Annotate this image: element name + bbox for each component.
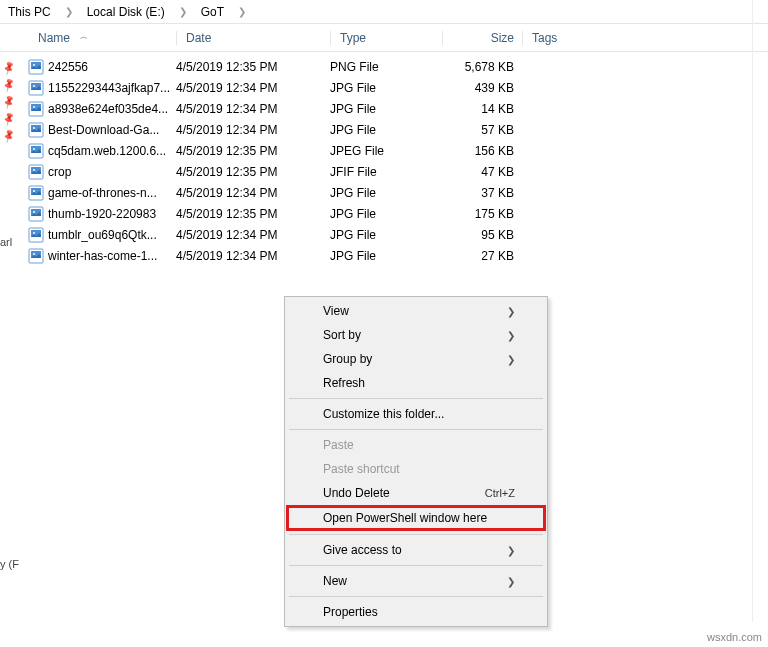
file-size: 5,678 KB <box>442 60 522 74</box>
watermark: wsxdn.com <box>707 631 762 643</box>
file-name: game-of-thrones-n... <box>48 186 176 200</box>
file-type: JPG File <box>330 123 442 137</box>
menu-properties[interactable]: Properties <box>287 600 545 624</box>
file-row[interactable]: tumblr_ou69q6Qtk... 4/5/2019 12:34 PM JP… <box>28 224 768 245</box>
file-size: 95 KB <box>442 228 522 242</box>
image-file-icon <box>28 227 48 243</box>
column-headers: Name ︿ Date Type Size Tags <box>0 24 768 52</box>
file-name: crop <box>48 165 176 179</box>
menu-separator <box>289 565 543 566</box>
submenu-arrow-icon: ❯ <box>507 354 515 365</box>
menu-open-powershell[interactable]: Open PowerShell window here <box>289 508 543 528</box>
menu-separator <box>289 534 543 535</box>
image-file-icon <box>28 206 48 222</box>
menu-sort-by-label: Sort by <box>323 328 361 342</box>
pin-icon: 📌 <box>0 77 16 93</box>
file-date: 4/5/2019 12:35 PM <box>176 165 330 179</box>
image-file-icon <box>28 248 48 264</box>
menu-undo-delete-shortcut: Ctrl+Z <box>485 487 515 499</box>
file-name: 242556 <box>48 60 176 74</box>
column-size[interactable]: Size <box>442 25 522 51</box>
file-type: JPG File <box>330 81 442 95</box>
file-type: JPG File <box>330 102 442 116</box>
menu-refresh[interactable]: Refresh <box>287 371 545 395</box>
image-file-icon <box>28 143 48 159</box>
file-date: 4/5/2019 12:35 PM <box>176 207 330 221</box>
context-menu: View ❯ Sort by ❯ Group by ❯ Refresh Cust… <box>284 296 548 627</box>
svg-point-17 <box>33 169 35 171</box>
menu-give-access-to[interactable]: Give access to ❯ <box>287 538 545 562</box>
submenu-arrow-icon: ❯ <box>507 330 515 341</box>
pin-icon: 📌 <box>0 128 16 144</box>
file-row[interactable]: 242556 4/5/2019 12:35 PM PNG File 5,678 … <box>28 56 768 77</box>
file-size: 47 KB <box>442 165 522 179</box>
menu-paste: Paste <box>287 433 545 457</box>
file-row[interactable]: game-of-thrones-n... 4/5/2019 12:34 PM J… <box>28 182 768 203</box>
menu-give-access-label: Give access to <box>323 543 402 557</box>
menu-sort-by[interactable]: Sort by ❯ <box>287 323 545 347</box>
menu-new[interactable]: New ❯ <box>287 569 545 593</box>
svg-point-11 <box>33 127 35 129</box>
file-row[interactable]: winter-has-come-1... 4/5/2019 12:34 PM J… <box>28 245 768 266</box>
file-row[interactable]: a8938e624ef035de4... 4/5/2019 12:34 PM J… <box>28 98 768 119</box>
svg-point-8 <box>33 106 35 108</box>
file-date: 4/5/2019 12:34 PM <box>176 102 330 116</box>
svg-point-5 <box>33 85 35 87</box>
column-tags[interactable]: Tags <box>522 25 602 51</box>
crumb-local-disk[interactable]: Local Disk (E:) <box>83 3 169 21</box>
column-name[interactable]: Name ︿ <box>28 25 176 51</box>
menu-group-by[interactable]: Group by ❯ <box>287 347 545 371</box>
file-row[interactable]: 11552293443ajfkap7... 4/5/2019 12:34 PM … <box>28 77 768 98</box>
column-type[interactable]: Type <box>330 25 442 51</box>
file-name: tumblr_ou69q6Qtk... <box>48 228 176 242</box>
breadcrumb[interactable]: This PC ❯ Local Disk (E:) ❯ GoT ❯ <box>0 0 768 24</box>
file-type: PNG File <box>330 60 442 74</box>
file-name: winter-has-come-1... <box>48 249 176 263</box>
vertical-scrollbar[interactable] <box>752 0 768 622</box>
menu-separator <box>289 429 543 430</box>
menu-undo-delete[interactable]: Undo Delete Ctrl+Z <box>287 481 545 505</box>
submenu-arrow-icon: ❯ <box>507 545 515 556</box>
menu-view[interactable]: View ❯ <box>287 299 545 323</box>
file-date: 4/5/2019 12:34 PM <box>176 249 330 263</box>
menu-paste-shortcut: Paste shortcut <box>287 457 545 481</box>
menu-customize-folder[interactable]: Customize this folder... <box>287 402 545 426</box>
file-row[interactable]: crop 4/5/2019 12:35 PM JFIF File 47 KB <box>28 161 768 182</box>
crumb-folder[interactable]: GoT <box>197 3 228 21</box>
image-file-icon <box>28 80 48 96</box>
image-file-icon <box>28 185 48 201</box>
menu-open-powershell-label: Open PowerShell window here <box>323 511 487 525</box>
file-type: JPG File <box>330 249 442 263</box>
file-list[interactable]: 242556 4/5/2019 12:35 PM PNG File 5,678 … <box>0 52 768 266</box>
file-row[interactable]: Best-Download-Ga... 4/5/2019 12:34 PM JP… <box>28 119 768 140</box>
menu-undo-delete-label: Undo Delete <box>323 486 390 500</box>
column-date[interactable]: Date <box>176 25 330 51</box>
file-row[interactable]: thumb-1920-220983 4/5/2019 12:35 PM JPG … <box>28 203 768 224</box>
file-date: 4/5/2019 12:35 PM <box>176 144 330 158</box>
file-name: 11552293443ajfkap7... <box>48 81 176 95</box>
file-row[interactable]: cq5dam.web.1200.6... 4/5/2019 12:35 PM J… <box>28 140 768 161</box>
menu-refresh-label: Refresh <box>323 376 365 390</box>
file-name: thumb-1920-220983 <box>48 207 176 221</box>
file-date: 4/5/2019 12:34 PM <box>176 186 330 200</box>
menu-customize-label: Customize this folder... <box>323 407 444 421</box>
file-date: 4/5/2019 12:34 PM <box>176 123 330 137</box>
svg-point-2 <box>33 64 35 66</box>
file-name: a8938e624ef035de4... <box>48 102 176 116</box>
svg-point-29 <box>33 253 35 255</box>
file-date: 4/5/2019 12:35 PM <box>176 60 330 74</box>
chevron-right-icon: ❯ <box>61 6 77 17</box>
crumb-this-pc[interactable]: This PC <box>4 3 55 21</box>
image-file-icon <box>28 122 48 138</box>
submenu-arrow-icon: ❯ <box>507 576 515 587</box>
submenu-arrow-icon: ❯ <box>507 306 515 317</box>
file-size: 14 KB <box>442 102 522 116</box>
file-size: 37 KB <box>442 186 522 200</box>
menu-paste-label: Paste <box>323 438 354 452</box>
image-file-icon <box>28 101 48 117</box>
file-size: 156 KB <box>442 144 522 158</box>
menu-new-label: New <box>323 574 347 588</box>
pin-icon: 📌 <box>0 94 16 110</box>
pin-icon: 📌 <box>0 60 16 76</box>
file-date: 4/5/2019 12:34 PM <box>176 228 330 242</box>
